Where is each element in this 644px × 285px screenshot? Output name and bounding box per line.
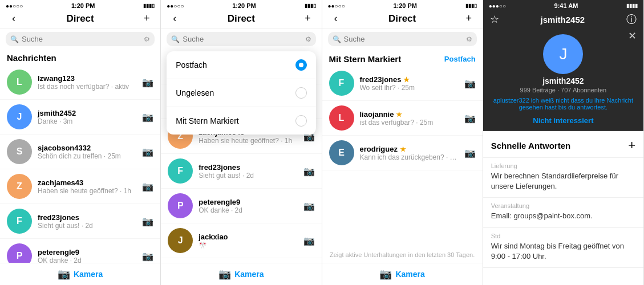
- msg-username: liaojannie ★: [360, 110, 459, 119]
- list-item[interactable]: J jsmith2452 Danke · 3m 📷: [0, 100, 160, 135]
- msg-username: sjacobson4332: [38, 144, 136, 152]
- filter-icon-2[interactable]: ⚙: [305, 35, 311, 43]
- not-interested-button[interactable]: Nicht interessiert: [533, 116, 593, 125]
- search-bar-1: 🔍 ⚙: [6, 32, 155, 46]
- add-button-3[interactable]: +: [462, 13, 476, 25]
- camera-icon[interactable]: 📷: [303, 201, 315, 211]
- radio-postfach: [295, 59, 307, 71]
- camera-icon[interactable]: 📷: [142, 146, 153, 157]
- filter-dropdown: Postfach Ungelesen Mit Stern Markiert: [167, 51, 315, 135]
- camera-icon[interactable]: 📷: [464, 148, 476, 158]
- search-input-1[interactable]: [22, 35, 141, 43]
- quick-reply-item-3[interactable]: Std Wir sind Montag bis Freitag geöffnet…: [483, 228, 643, 268]
- list-item[interactable]: F fred23jones Sieht gut aus! · 2d 📷: [161, 154, 321, 189]
- msg-preview: 🎌: [199, 241, 297, 249]
- qr-text-3: Wir sind Montag bis Freitag geöffnet von…: [491, 241, 635, 262]
- avatar: F: [329, 71, 354, 96]
- search-icon-2: 🔍: [171, 35, 180, 43]
- back-button-2[interactable]: ‹: [168, 13, 181, 25]
- camera-icon[interactable]: 📷: [303, 235, 315, 246]
- list-item[interactable]: L liaojannie ★ ist das verfügbar? · 25m …: [322, 101, 483, 136]
- list-item[interactable]: L lzwang123 Ist das noch verfügbar? · ak…: [0, 65, 160, 100]
- list-item[interactable]: P peterengle9 OK danke · 2d 📷: [161, 189, 321, 223]
- bottom-bar-3[interactable]: 📷 Kamera: [322, 263, 483, 285]
- back-button-1[interactable]: ‹: [7, 13, 21, 25]
- star-icon[interactable]: ☆: [490, 13, 499, 26]
- starred-header: Mit Stern Markiert Postfach: [322, 50, 483, 66]
- filter-icon-3[interactable]: ⚙: [466, 35, 472, 43]
- time-1: 1:20 PM: [71, 2, 95, 9]
- msg-content: peterengle9 OK danke · 2d: [38, 248, 136, 263]
- profile-icons: ☆: [490, 13, 499, 26]
- camera-icon[interactable]: 📷: [142, 251, 153, 262]
- dropdown-item-postfach[interactable]: Postfach: [167, 51, 315, 79]
- qr-label-1: Lieferung: [491, 162, 635, 169]
- msg-preview: Haben sie heute geöffnet? · 1h: [38, 187, 136, 195]
- list-item[interactable]: J jackxiao 🎌 📷: [161, 223, 321, 258]
- list-item[interactable]: F fred23jones Sieht gut aus! · 2d 📷: [0, 204, 160, 239]
- camera-icon[interactable]: 📷: [142, 216, 153, 227]
- battery-1: ▮▮▮▯: [143, 3, 155, 9]
- msg-content: fred23jones Sieht gut aus! · 2d: [38, 213, 136, 230]
- msg-preview: Kann ich das zurückgeben? · 25m: [360, 153, 459, 161]
- section-heading-1: Nachrichten: [0, 50, 160, 65]
- list-item[interactable]: P peterengle9 OK danke · 2d 📷: [0, 239, 160, 263]
- quick-reply-item-2[interactable]: Veranstaltung Email: groups@paint-box.co…: [483, 198, 643, 227]
- msg-username: jsmith2452: [38, 109, 136, 117]
- msg-username: fred23jones: [199, 163, 297, 172]
- bottom-bar-1[interactable]: 📷 Kamera: [0, 263, 160, 285]
- search-input-3[interactable]: [344, 35, 463, 43]
- bottom-bar-2[interactable]: 📷 Kamera: [161, 263, 321, 285]
- camera-icon-bottom-2: 📷: [218, 268, 231, 280]
- camera-icon[interactable]: 📷: [142, 112, 153, 123]
- msg-username: jackxiao: [199, 233, 297, 241]
- avatar: L: [7, 70, 32, 95]
- signal-1: ●●○○○: [6, 3, 23, 9]
- header-title-1: Direct: [21, 13, 140, 25]
- list-item[interactable]: Z zachjames43 Haben sie heute geöffnet? …: [0, 169, 160, 204]
- camera-icon[interactable]: 📷: [142, 77, 153, 88]
- header-title-3: Direct: [343, 13, 462, 25]
- quick-reply-item-1[interactable]: Lieferung Wir berechnen Standardlieferpr…: [483, 158, 643, 198]
- camera-label-3: Kamera: [395, 270, 424, 279]
- camera-icon[interactable]: 📷: [464, 113, 476, 124]
- radio-ungelesen: [295, 87, 307, 99]
- back-button-3[interactable]: ‹: [329, 13, 343, 25]
- dropdown-label-starred: Mit Stern Markiert: [176, 116, 238, 125]
- close-icon[interactable]: ✕: [628, 30, 637, 42]
- avatar: S: [7, 139, 32, 164]
- msg-content: liaojannie ★ ist das verfügbar? · 25m: [360, 110, 459, 127]
- add-button-2[interactable]: +: [301, 13, 315, 25]
- msg-preview: Sieht gut aus! · 2d: [199, 172, 297, 180]
- battery-2: ▮▮▮▯: [305, 3, 316, 9]
- search-icon-3: 🔍: [333, 35, 341, 43]
- info-text: Zeigt aktive Unterhaltungen in den letzt…: [322, 247, 483, 263]
- battery-4: ▮▮▮▮: [626, 3, 638, 9]
- dropdown-item-starred[interactable]: Mit Stern Markiert: [167, 107, 315, 135]
- msg-preview: Ist das noch verfügbar? · aktiv: [38, 83, 136, 91]
- camera-icon[interactable]: 📷: [464, 78, 476, 89]
- list-item[interactable]: F fred23jones ★ Wo seit ihr? · 25m 📷: [322, 66, 483, 101]
- avatar: L: [329, 105, 354, 131]
- message-list-3: F fred23jones ★ Wo seit ihr? · 25m 📷 L l…: [322, 66, 483, 247]
- list-item[interactable]: S sjacobson4332 Schön dich zu treffen · …: [0, 135, 160, 169]
- avatar: P: [7, 243, 32, 263]
- camera-icon[interactable]: 📷: [303, 166, 315, 177]
- info-icon[interactable]: ⓘ: [626, 13, 637, 26]
- msg-preview: Danke · 3m: [38, 117, 136, 125]
- msg-content: erodriguez ★ Kann ich das zurückgeben? ·…: [360, 145, 459, 161]
- add-button-1[interactable]: +: [140, 13, 153, 25]
- search-input-2[interactable]: [183, 35, 302, 43]
- postfach-link[interactable]: Postfach: [444, 55, 476, 63]
- message-list-1: L lzwang123 Ist das noch verfügbar? · ak…: [0, 65, 160, 263]
- filter-icon-1[interactable]: ⚙: [144, 35, 150, 43]
- add-quick-reply-button[interactable]: +: [628, 138, 635, 153]
- dropdown-item-ungelesen[interactable]: Ungelesen: [167, 79, 315, 107]
- list-item[interactable]: E erodriguez ★ Kann ich das zurückgeben?…: [322, 136, 483, 170]
- quick-replies-title: Schnelle Antworten: [491, 141, 570, 150]
- msg-preview: Haben sie heute geöffnet? · 1h: [199, 137, 297, 145]
- camera-icon[interactable]: 📷: [142, 181, 153, 192]
- msg-preview: Schön dich zu treffen · 25m: [38, 152, 136, 160]
- time-3: 1:20 PM: [393, 2, 417, 9]
- avatar: Z: [7, 174, 32, 199]
